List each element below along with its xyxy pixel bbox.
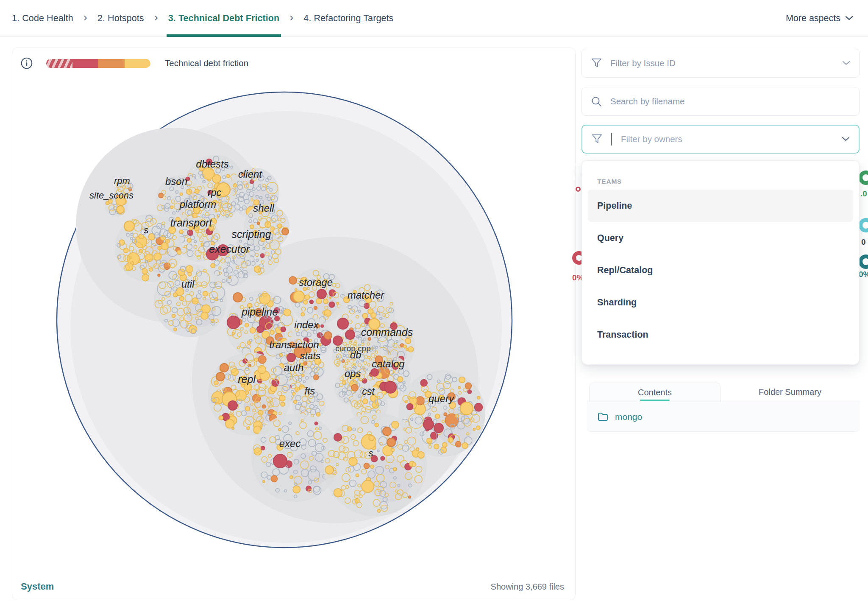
cluster-label-db[interactable]: db bbox=[350, 349, 362, 361]
contents-item-mongo[interactable]: mongo bbox=[587, 402, 860, 432]
filename-search-placeholder: Search by filename bbox=[610, 96, 684, 106]
stat-value-green: .0 bbox=[860, 189, 867, 199]
cluster-label-stats[interactable]: stats bbox=[300, 350, 321, 361]
app-root: 1. Code Health›2. Hotspots›3. Technical … bbox=[0, 0, 868, 604]
stat-value-teal: 0 bbox=[861, 238, 866, 247]
technical-debt-friction-card: rpmsite_sconsdbtestsbsonclientrpcplatfor… bbox=[12, 48, 576, 600]
file-bubble[interactable] bbox=[434, 423, 443, 433]
cluster-label-util[interactable]: util bbox=[181, 278, 195, 290]
file-bubble[interactable] bbox=[220, 364, 228, 372]
cluster-label-cst[interactable]: cst bbox=[362, 386, 375, 397]
file-bubble[interactable] bbox=[334, 433, 342, 441]
file-bubble[interactable] bbox=[289, 277, 297, 284]
file-bubble[interactable] bbox=[287, 353, 295, 362]
cluster-util[interactable] bbox=[154, 264, 227, 337]
nav-step-2-hotspots[interactable]: 2. Hotspots bbox=[97, 0, 144, 36]
tab-header: Contents Folder Summary bbox=[587, 383, 860, 402]
cluster-label-pipeline[interactable]: pipeline bbox=[241, 306, 278, 318]
owners-dropdown-item-sharding[interactable]: Sharding bbox=[588, 286, 853, 319]
issue-id-filter[interactable]: Filter by Issue ID bbox=[581, 49, 860, 78]
cluster-label-ops[interactable]: ops bbox=[345, 368, 361, 379]
legend-segment-orange bbox=[98, 59, 125, 68]
file-bubble[interactable] bbox=[124, 221, 134, 231]
chevron-right-icon: › bbox=[154, 12, 158, 25]
cluster-label-query[interactable]: query bbox=[428, 393, 455, 404]
chevron-down-icon bbox=[843, 61, 850, 65]
cluster-label-fts[interactable]: fts bbox=[305, 386, 315, 397]
cluster-label-auth[interactable]: auth bbox=[284, 362, 304, 373]
more-aspects-button[interactable]: More aspects bbox=[786, 0, 853, 36]
chart-legend: Technical debt friction bbox=[21, 57, 248, 69]
file-bubble[interactable] bbox=[351, 384, 358, 391]
system-breadcrumb-link[interactable]: System bbox=[21, 581, 54, 592]
file-bubble[interactable] bbox=[371, 369, 378, 376]
file-bubble[interactable] bbox=[233, 293, 242, 302]
file-bubble[interactable] bbox=[384, 381, 396, 393]
file-bubble[interactable] bbox=[317, 289, 326, 299]
cluster-label-commands[interactable]: commands bbox=[361, 326, 413, 338]
owners-dropdown-item-query[interactable]: Query bbox=[588, 222, 853, 254]
cluster-label-index[interactable]: index bbox=[294, 319, 319, 330]
cluster-label-repl[interactable]: repl bbox=[238, 373, 256, 385]
legend-segment-hatched bbox=[46, 59, 72, 68]
file-bubble[interactable] bbox=[324, 332, 332, 339]
cluster-label-transaction[interactable]: transaction bbox=[269, 339, 319, 350]
nav-step-1-code-health[interactable]: 1. Code Health bbox=[12, 0, 73, 36]
cluster-label-shell[interactable]: shell bbox=[253, 202, 274, 214]
legend-segment-yellow bbox=[125, 59, 151, 68]
file-bubble[interactable] bbox=[117, 206, 124, 213]
nav-step-4-refactoring-targets[interactable]: 4. Refactoring Targets bbox=[303, 0, 393, 36]
cluster-label-catalog[interactable]: catalog bbox=[372, 358, 405, 369]
owners-filter-placeholder: Filter by owners bbox=[621, 134, 682, 144]
file-bubble[interactable] bbox=[383, 427, 391, 436]
teams-group-label: TEAMS bbox=[597, 178, 853, 185]
nav-step-3-technical-debt-friction[interactable]: 3. Technical Debt Friction bbox=[168, 0, 280, 36]
cluster-label-executor[interactable]: executor bbox=[209, 243, 250, 255]
file-bubble[interactable] bbox=[345, 330, 355, 339]
filename-search[interactable]: Search by filename bbox=[581, 87, 860, 116]
folder-name: mongo bbox=[615, 412, 642, 422]
cluster-label-scripting[interactable]: scripting bbox=[231, 228, 271, 240]
file-bubble[interactable] bbox=[228, 401, 237, 410]
file-bubble[interactable] bbox=[282, 228, 289, 235]
tab-folder-summary-label: Folder Summary bbox=[759, 387, 821, 397]
owners-dropdown-item-transaction[interactable]: Transaction bbox=[588, 319, 853, 351]
file-bubble[interactable] bbox=[460, 402, 473, 415]
stat-gauge-darkteal bbox=[859, 254, 868, 269]
file-bubble[interactable] bbox=[216, 372, 225, 381]
cluster-label-site-scons[interactable]: site_scons bbox=[89, 190, 134, 201]
funnel-icon bbox=[591, 58, 602, 68]
tab-contents[interactable]: Contents bbox=[589, 383, 721, 402]
file-bubble[interactable] bbox=[257, 326, 264, 333]
owners-dropdown-item-pipeline[interactable]: Pipeline bbox=[588, 190, 853, 222]
cluster-label-rpc[interactable]: rpc bbox=[208, 187, 221, 198]
search-icon bbox=[591, 96, 602, 107]
more-aspects-label: More aspects bbox=[786, 13, 840, 24]
file-bubble[interactable] bbox=[387, 438, 395, 447]
owners-filter[interactable]: Filter by owners bbox=[581, 125, 860, 154]
cluster-label-dbtests[interactable]: dbtests bbox=[196, 158, 228, 170]
owners-dropdown: TEAMS PipelineQueryRepl/CatalogShardingT… bbox=[581, 160, 860, 365]
cluster-label-s[interactable]: s bbox=[369, 448, 373, 459]
cluster-label-exec[interactable]: exec bbox=[279, 438, 301, 449]
tab-folder-summary[interactable]: Folder Summary bbox=[721, 383, 860, 402]
cluster-label-s[interactable]: s bbox=[144, 225, 149, 235]
file-bubble[interactable] bbox=[227, 316, 240, 329]
file-bubble[interactable] bbox=[423, 419, 434, 430]
cluster-label-transport[interactable]: transport bbox=[170, 217, 213, 229]
cluster-label-bson[interactable]: bson bbox=[165, 176, 187, 187]
cluster-label-rpm[interactable]: rpm bbox=[114, 176, 130, 186]
file-bubble[interactable] bbox=[273, 454, 287, 468]
circle-packing-chart[interactable]: rpmsite_sconsdbtestsbsonclientrpcplatfor… bbox=[12, 48, 576, 601]
file-bubble[interactable] bbox=[337, 318, 348, 329]
cluster-label-platform[interactable]: platform bbox=[179, 199, 217, 210]
cluster-label-matcher[interactable]: matcher bbox=[348, 289, 385, 301]
cluster-s[interactable] bbox=[323, 413, 427, 516]
owners-dropdown-list: PipelineQueryRepl/CatalogShardingTransac… bbox=[588, 190, 853, 351]
file-bubble[interactable] bbox=[293, 291, 304, 302]
info-icon[interactable] bbox=[21, 57, 33, 69]
cluster-label-storage[interactable]: storage bbox=[299, 277, 333, 288]
owners-dropdown-item-repl-catalog[interactable]: Repl/Catalog bbox=[588, 254, 853, 286]
cluster-label-client[interactable]: client bbox=[238, 168, 262, 180]
chevron-right-icon: › bbox=[289, 12, 293, 25]
